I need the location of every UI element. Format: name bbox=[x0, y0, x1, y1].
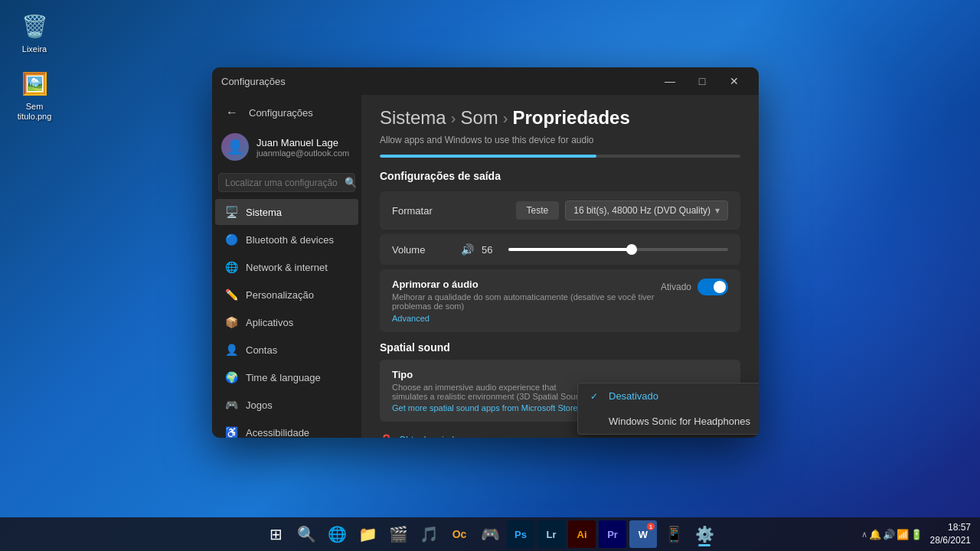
clock-date: 28/6/2021 bbox=[930, 534, 971, 547]
sidebar-item-acessibilidade[interactable]: ♿ Acessibilidade bbox=[215, 419, 358, 438]
network-icon: 🌐 bbox=[224, 260, 238, 274]
image-file-icon: 🖼️ bbox=[19, 68, 50, 99]
sidebar: ← Configurações 👤 Juan Manuel Lage juanm… bbox=[212, 95, 361, 438]
tipo-row: Tipo Choose an immersive audio experienc… bbox=[380, 360, 740, 422]
format-row: Formatar Teste 16 bit(s), 48000 Hz (DVD … bbox=[380, 191, 740, 230]
tipo-link[interactable]: Get more spatial sound apps from Microso… bbox=[392, 403, 591, 412]
taskbar-word[interactable]: W 1 bbox=[629, 520, 657, 548]
volume-value: 56 bbox=[482, 244, 501, 256]
clock[interactable]: 18:57 28/6/2021 bbox=[927, 521, 974, 547]
sistema-icon: 🖥️ bbox=[224, 205, 238, 219]
word-notification-badge: 1 bbox=[647, 523, 655, 530]
format-select[interactable]: 16 bit(s), 48000 Hz (DVD Quality) ▾ bbox=[565, 201, 728, 220]
desktop-icon-image[interactable]: 🖼️ Sem titulo.png bbox=[8, 65, 61, 125]
user-email: juanmlage@outlook.com bbox=[256, 148, 352, 158]
sidebar-item-personalizacao[interactable]: ✏️ Personalização bbox=[215, 282, 358, 308]
minimize-button[interactable]: — bbox=[655, 70, 685, 92]
volume-thumb[interactable] bbox=[626, 244, 637, 255]
maximize-button[interactable]: □ bbox=[687, 70, 717, 92]
volume-speaker-icon: 🔊 bbox=[461, 243, 474, 256]
tipo-label: Tipo bbox=[392, 369, 591, 380]
sidebar-item-contas[interactable]: 👤 Contas bbox=[215, 337, 358, 363]
taskbar-ps[interactable]: Ps bbox=[507, 520, 534, 548]
output-section-title: Configurações de saída bbox=[380, 170, 740, 182]
tray-icon-1[interactable]: 🔔 bbox=[869, 529, 881, 540]
recycle-bin-icon: 🗑️ bbox=[19, 11, 50, 41]
enhance-link[interactable]: Advanced bbox=[392, 314, 661, 323]
tray-icon-3[interactable]: 📶 bbox=[897, 529, 909, 540]
enhance-status: Ativado bbox=[661, 282, 691, 292]
sidebar-title: Configurações bbox=[249, 107, 313, 119]
sidebar-item-aplicativos[interactable]: 📦 Aplicativos bbox=[215, 309, 358, 335]
breadcrumb-sistema[interactable]: Sistema bbox=[380, 107, 446, 129]
dropdown-item-sonic[interactable]: Windows Sonic for Headphones bbox=[578, 409, 759, 434]
taskbar-media[interactable]: 🎬 bbox=[384, 520, 412, 548]
acessibilidade-icon: ♿ bbox=[224, 425, 238, 438]
audio-progress-bar bbox=[380, 155, 740, 158]
taskbar-settings[interactable]: ⚙️ bbox=[691, 520, 718, 548]
taskbar-spotify[interactable]: 🎵 bbox=[415, 520, 443, 548]
taskbar-explorer[interactable]: 📁 bbox=[354, 520, 381, 548]
window-title: Configurações bbox=[221, 76, 286, 87]
enhance-title: Aprimorar o áudio bbox=[392, 279, 661, 290]
time-icon: 🌍 bbox=[224, 370, 238, 384]
breadcrumb: Sistema › Som › Propriedades bbox=[380, 107, 740, 129]
tray-icon-4[interactable]: 🔋 bbox=[910, 529, 923, 540]
tipo-desc: Choose an immersive audio experience tha… bbox=[392, 383, 591, 401]
taskbar-start[interactable]: ⊞ bbox=[262, 520, 289, 548]
close-button[interactable]: ✕ bbox=[719, 70, 750, 92]
format-label: Formatar bbox=[392, 205, 453, 217]
taskbar-search[interactable]: 🔍 bbox=[292, 520, 320, 548]
jogos-icon: 🎮 bbox=[224, 398, 238, 412]
breadcrumb-som[interactable]: Som bbox=[460, 107, 498, 129]
enhance-desc: Melhorar a qualidade do som automaticame… bbox=[392, 292, 661, 311]
search-input[interactable] bbox=[225, 178, 340, 188]
taskbar-chrome[interactable]: 🌐 bbox=[323, 520, 351, 548]
taskbar-origin[interactable]: Oc bbox=[446, 520, 473, 548]
sidebar-item-sistema[interactable]: 🖥️ Sistema bbox=[215, 199, 358, 225]
window-body: ← Configurações 👤 Juan Manuel Lage juanm… bbox=[212, 95, 759, 438]
desktop: 🗑️ Lixeira 🖼️ Sem titulo.png Configuraçõ… bbox=[0, 0, 980, 551]
sidebar-item-bluetooth[interactable]: 🔵 Bluetooth & devices bbox=[215, 227, 358, 253]
user-section: 👤 Juan Manuel Lage juanmlage@outlook.com bbox=[212, 127, 361, 173]
spatial-dropdown: ✓ Desativado Windows Sonic for Headphone… bbox=[577, 383, 759, 435]
enhance-audio-row: Aprimorar o áudio Melhorar a qualidade d… bbox=[380, 269, 740, 332]
dropdown-check-icon: ✓ bbox=[590, 391, 603, 402]
taskbar-whatsapp[interactable]: 📱 bbox=[660, 520, 688, 548]
taskbar-center: ⊞ 🔍 🌐 📁 🎬 🎵 Oc 🎮 Ps Lr Ai Pr W 1 📱 ⚙️ bbox=[262, 520, 718, 548]
enhance-info: Aprimorar o áudio Melhorar a qualidade d… bbox=[392, 279, 661, 323]
user-info: Juan Manuel Lage juanmlage@outlook.com bbox=[256, 137, 352, 158]
tipo-info: Tipo Choose an immersive audio experienc… bbox=[392, 369, 591, 412]
sidebar-item-jogos[interactable]: 🎮 Jogos bbox=[215, 392, 358, 418]
breadcrumb-sep-1: › bbox=[451, 109, 456, 127]
spatial-title: Spatial sound bbox=[380, 341, 740, 354]
clock-time: 18:57 bbox=[930, 521, 971, 534]
desktop-icon-recycle[interactable]: 🗑️ Lixeira bbox=[8, 8, 61, 57]
bluetooth-icon: 🔵 bbox=[224, 233, 238, 246]
enhance-controls: Ativado bbox=[661, 279, 728, 295]
taskbar-pr[interactable]: Pr bbox=[599, 520, 626, 548]
breadcrumb-propriedades: Propriedades bbox=[512, 107, 629, 129]
user-name: Juan Manuel Lage bbox=[256, 137, 352, 148]
volume-fill bbox=[508, 248, 632, 251]
settings-window: Configurações — □ ✕ ← Configurações 👤 bbox=[212, 67, 759, 438]
back-button[interactable]: ← bbox=[221, 104, 243, 121]
taskbar-ai[interactable]: Ai bbox=[568, 520, 596, 548]
taskbar-steam[interactable]: 🎮 bbox=[476, 520, 504, 548]
sidebar-item-network[interactable]: 🌐 Network & internet bbox=[215, 254, 358, 280]
format-controls: Teste 16 bit(s), 48000 Hz (DVD Quality) … bbox=[516, 201, 728, 220]
search-box[interactable]: 🔍 bbox=[218, 173, 355, 192]
breadcrumb-sep-2: › bbox=[503, 109, 508, 127]
title-bar: Configurações — □ ✕ bbox=[212, 67, 759, 95]
taskbar-lr[interactable]: Lr bbox=[537, 520, 565, 548]
dropdown-item-desativado[interactable]: ✓ Desativado bbox=[578, 383, 759, 409]
sidebar-item-time[interactable]: 🌍 Time & language bbox=[215, 364, 358, 390]
test-button[interactable]: Teste bbox=[516, 201, 560, 220]
chevron-up-icon[interactable]: ∧ bbox=[861, 530, 867, 540]
search-icon: 🔍 bbox=[345, 177, 357, 188]
contas-icon: 👤 bbox=[224, 343, 238, 357]
tray-icon-2[interactable]: 🔊 bbox=[883, 529, 895, 540]
volume-slider[interactable] bbox=[508, 248, 728, 251]
format-chevron-icon: ▾ bbox=[715, 205, 720, 216]
enhance-toggle[interactable] bbox=[697, 279, 728, 295]
